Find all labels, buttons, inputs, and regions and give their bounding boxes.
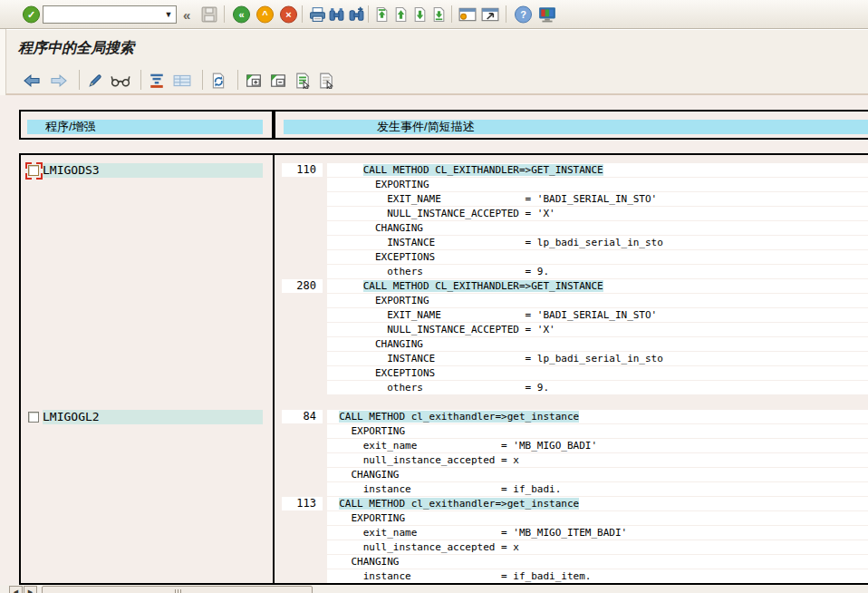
code-line[interactable]: NULL_INSTANCE_ACCEPTED = 'X' (327, 323, 868, 336)
find-icon[interactable] (328, 6, 345, 22)
chevron-down-icon[interactable]: ▼ (161, 10, 176, 19)
code-line[interactable]: exit_name = 'MB_MIGO_BADI' (327, 439, 868, 452)
next-page-icon[interactable] (412, 6, 428, 22)
separator (202, 70, 203, 90)
search-result-area: 程序/增强 发生事件/简短描述 LMIGODS3LMIGOGL2 110 CAL… (0, 95, 868, 593)
horizontal-scrollbar[interactable]: ◀ ▶ (0, 585, 868, 593)
enter-icon[interactable]: ✓ (23, 5, 40, 23)
new-session-icon[interactable] (458, 7, 477, 22)
code-line[interactable]: CHANGING (327, 468, 868, 481)
layout-icon[interactable] (538, 6, 556, 23)
shortcut-icon[interactable] (481, 7, 499, 22)
column-header-program-label: 程序/增强 (27, 120, 263, 134)
last-page-icon[interactable] (431, 6, 447, 22)
code-line[interactable]: EXCEPTIONS (327, 250, 868, 264)
table-view-icon[interactable] (173, 73, 191, 88)
code-text: null_instance_accepted = x (327, 541, 519, 553)
code-line[interactable]: EXPORTING (327, 294, 868, 307)
code-text: EXPORTING (327, 179, 429, 190)
collapse-icon[interactable] (270, 73, 286, 89)
program-name[interactable]: LMIGOGL2 (43, 410, 263, 424)
save-icon[interactable] (201, 6, 217, 23)
separator (451, 5, 452, 23)
code-text: instance = if_badi. (327, 483, 561, 495)
deselect-icon[interactable] (318, 73, 334, 89)
code-line[interactable]: instance = if_badi_item. (327, 569, 868, 583)
column-header-event-label: 发生事件/简短描述 (284, 120, 868, 134)
code-text: EXIT_NAME = 'BADI_SERIAL_IN_STO' (327, 309, 657, 321)
column-header-event[interactable]: 发生事件/简短描述 (274, 110, 868, 140)
refresh-icon[interactable] (210, 73, 227, 89)
checkbox-box[interactable] (28, 165, 39, 176)
select-block-icon[interactable] (294, 73, 311, 89)
scroll-left-icon[interactable]: ◀ (9, 586, 23, 593)
sort-icon[interactable] (149, 73, 165, 89)
nav-forward-icon[interactable] (50, 73, 68, 87)
separator (302, 5, 303, 23)
search-hit-highlight: CALL METHOD cl_exithandler=>get_instance (339, 411, 579, 423)
code-line[interactable]: EXPORTING (327, 424, 868, 438)
code-line[interactable]: CALL METHOD cl_exithandler=>get_instance (327, 410, 868, 423)
back-glyph: « (238, 9, 244, 19)
code-line[interactable]: CALL METHOD cl_exithandler=>get_instance (327, 497, 868, 510)
expand-icon[interactable] (246, 73, 262, 89)
page-title: 程序中的全局搜索 (18, 39, 134, 58)
separator (506, 5, 506, 23)
code-text: others = 9. (327, 266, 549, 277)
code-line[interactable]: null_instance_accepted = x (327, 453, 868, 467)
print-icon[interactable] (309, 6, 326, 22)
code-line[interactable]: EXPORTING (327, 178, 868, 191)
line-number-cell[interactable]: 280 (282, 279, 323, 293)
code-line[interactable]: CHANGING (327, 221, 868, 235)
application-toolbar (0, 66, 868, 94)
code-text: exit_name = 'MB_MIGO_ITEM_BADI' (327, 527, 627, 539)
program-name[interactable]: LMIGODS3 (43, 163, 263, 178)
nav-back-icon[interactable] (23, 73, 41, 87)
find-next-icon[interactable] (348, 6, 365, 22)
collapse-toolbar-button[interactable]: « (183, 6, 190, 22)
exit-icon[interactable]: ^ (256, 5, 274, 23)
prev-page-icon[interactable] (393, 6, 409, 22)
line-number-cell[interactable]: 110 (282, 163, 323, 177)
scrollbar-thumb[interactable] (42, 586, 313, 593)
code-line[interactable]: EXCEPTIONS (327, 366, 868, 380)
line-number-cell[interactable]: 84 (282, 410, 323, 423)
code-line[interactable]: INSTANCE = lp_badi_serial_in_sto (327, 236, 868, 249)
result-table-body: LMIGODS3LMIGOGL2 110 CALL METHOD CL_EXIT… (19, 153, 868, 585)
code-line[interactable]: EXIT_NAME = 'BADI_SERIAL_IN_STO' (327, 192, 868, 206)
line-number-cell[interactable]: 113 (282, 497, 323, 510)
scroll-right-icon[interactable]: ▶ (24, 586, 37, 593)
program-checkbox[interactable] (25, 162, 43, 180)
code-line[interactable]: EXPORTING (327, 511, 868, 525)
program-checkbox[interactable] (25, 409, 43, 426)
code-line[interactable]: EXIT_NAME = 'BADI_SERIAL_IN_STO' (327, 308, 868, 322)
code-line[interactable]: CALL METHOD CL_EXITHANDLER=>GET_INSTANCE (327, 163, 868, 177)
code-line[interactable]: CHANGING (327, 555, 868, 569)
title-panel: 程序中的全局搜索 (0, 29, 868, 95)
help-icon[interactable]: ? (515, 5, 532, 23)
back-icon[interactable]: « (233, 5, 250, 23)
code-line[interactable]: others = 9. (327, 381, 868, 394)
first-page-icon[interactable] (374, 6, 390, 22)
command-field[interactable]: ▼ (43, 5, 177, 24)
exit-glyph: ^ (262, 9, 267, 19)
code-line[interactable]: INSTANCE = lp_badi_serial_in_sto (327, 352, 868, 365)
checkbox-box[interactable] (28, 412, 39, 423)
cancel-icon[interactable]: × (280, 5, 297, 23)
code-text (327, 164, 363, 176)
edit-icon[interactable] (87, 73, 103, 89)
separator (224, 5, 225, 23)
command-input[interactable] (43, 7, 161, 22)
display-icon[interactable] (110, 74, 131, 87)
code-line[interactable]: others = 9. (327, 265, 868, 278)
code-line[interactable]: null_instance_accepted = x (327, 540, 868, 554)
code-line[interactable]: CALL METHOD CL_EXITHANDLER=>GET_INSTANCE (327, 279, 868, 293)
code-line[interactable]: instance = if_badi. (327, 482, 868, 496)
code-line[interactable]: NULL_INSTANCE_ACCEPTED = 'X' (327, 207, 868, 220)
code-text: INSTANCE = lp_badi_serial_in_sto (327, 353, 663, 365)
separator (79, 70, 80, 90)
code-line[interactable]: exit_name = 'MB_MIGO_ITEM_BADI' (327, 526, 868, 540)
cancel-glyph: × (285, 9, 291, 19)
column-header-program[interactable]: 程序/增强 (19, 110, 274, 140)
code-line[interactable]: CHANGING (327, 337, 868, 351)
